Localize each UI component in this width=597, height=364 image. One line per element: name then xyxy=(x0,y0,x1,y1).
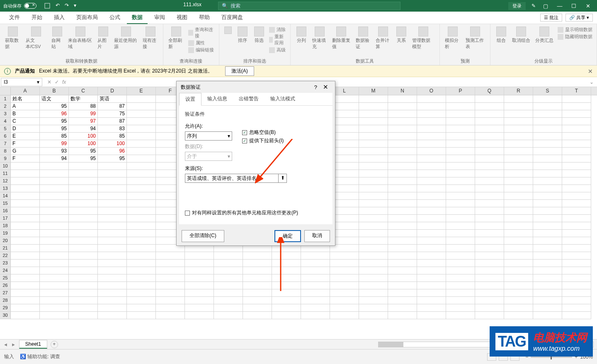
cell[interactable] xyxy=(40,237,69,245)
share-button[interactable]: 🔗 共享 ▾ xyxy=(565,14,593,22)
cell[interactable] xyxy=(475,274,504,282)
cell[interactable] xyxy=(388,207,417,215)
ribbon-item[interactable]: 查询和连接 xyxy=(188,27,214,39)
undo-icon[interactable]: ↶ xyxy=(56,2,60,9)
cell[interactable] xyxy=(475,260,504,267)
cell[interactable] xyxy=(359,312,388,319)
cell[interactable] xyxy=(475,170,504,177)
ribbon-button[interactable]: 删除重复值 xyxy=(330,26,352,51)
cell[interactable] xyxy=(359,252,388,260)
cell[interactable] xyxy=(417,95,446,103)
cell[interactable] xyxy=(11,207,40,215)
cell[interactable] xyxy=(504,192,533,200)
cell[interactable] xyxy=(156,260,185,267)
cell[interactable] xyxy=(388,163,417,170)
row-header[interactable]: 7 xyxy=(0,140,11,148)
cell[interactable] xyxy=(446,297,475,304)
cell[interactable] xyxy=(359,110,388,118)
comments-button[interactable]: ☰ 批注 xyxy=(540,14,562,22)
cell[interactable] xyxy=(185,252,214,260)
cell[interactable] xyxy=(272,312,301,319)
cell[interactable] xyxy=(417,252,446,260)
cell[interactable] xyxy=(504,133,533,140)
sheet-nav-prev-icon[interactable]: ◄ xyxy=(3,342,8,347)
cell[interactable] xyxy=(214,252,243,260)
cell[interactable] xyxy=(156,274,185,282)
cell[interactable] xyxy=(475,304,504,312)
cell[interactable] xyxy=(330,289,359,297)
cell[interactable]: 85 xyxy=(98,133,127,140)
cell[interactable] xyxy=(562,163,591,170)
cell[interactable] xyxy=(475,163,504,170)
minimize-icon[interactable]: — xyxy=(556,3,564,9)
cell[interactable] xyxy=(40,170,69,177)
cell[interactable] xyxy=(40,177,69,185)
ribbon-button[interactable]: 组合 xyxy=(494,26,509,44)
ribbon-button[interactable]: 现有连接 xyxy=(141,26,160,51)
close-icon[interactable]: ✕ xyxy=(584,3,592,9)
cell[interactable] xyxy=(127,200,156,207)
source-input[interactable] xyxy=(185,175,278,181)
row-header[interactable]: 30 xyxy=(0,312,11,319)
row-header[interactable]: 20 xyxy=(0,237,11,245)
cell[interactable] xyxy=(359,140,388,148)
cell[interactable] xyxy=(475,245,504,252)
cell[interactable] xyxy=(562,260,591,267)
cell[interactable] xyxy=(388,177,417,185)
cell[interactable] xyxy=(446,282,475,289)
in-cell-dropdown-checkbox[interactable]: ✓提供下拉箭头(I) xyxy=(242,137,284,144)
cell[interactable] xyxy=(243,267,272,274)
ribbon-button[interactable]: 管理数据模型 xyxy=(410,26,436,51)
cell[interactable] xyxy=(11,230,40,237)
cell[interactable] xyxy=(330,304,359,312)
accessibility-status[interactable]: ♿ 辅助功能: 调查 xyxy=(20,353,60,360)
cell[interactable] xyxy=(388,274,417,282)
cell[interactable] xyxy=(504,140,533,148)
cell[interactable] xyxy=(69,297,98,304)
cell[interactable] xyxy=(11,170,40,177)
column-header[interactable]: O xyxy=(417,87,446,95)
cell[interactable] xyxy=(417,140,446,148)
search-box[interactable]: 🔍 搜索 xyxy=(218,2,400,10)
cell[interactable]: C xyxy=(11,118,40,125)
mode-icon[interactable]: ✎ xyxy=(531,3,536,9)
cell[interactable] xyxy=(562,207,591,215)
fx-icon[interactable]: fx xyxy=(62,79,66,85)
row-header[interactable]: 18 xyxy=(0,222,11,230)
notice-close-icon[interactable]: ✕ xyxy=(588,68,593,75)
cell[interactable] xyxy=(417,237,446,245)
row-header[interactable]: 5 xyxy=(0,125,11,133)
cell[interactable] xyxy=(156,267,185,274)
cell[interactable] xyxy=(446,207,475,215)
cell[interactable] xyxy=(127,222,156,230)
cell[interactable]: 95 xyxy=(98,155,127,163)
cell[interactable] xyxy=(127,170,156,177)
cell[interactable]: 95 xyxy=(69,148,98,155)
cell[interactable] xyxy=(272,304,301,312)
cell[interactable] xyxy=(562,177,591,185)
cell[interactable] xyxy=(359,245,388,252)
cell[interactable] xyxy=(475,312,504,319)
cell[interactable] xyxy=(359,125,388,133)
ribbon-tab-8[interactable]: 帮助 xyxy=(194,12,215,24)
cell[interactable] xyxy=(388,252,417,260)
column-header[interactable]: P xyxy=(446,87,475,95)
column-header[interactable]: N xyxy=(388,87,417,95)
cell[interactable] xyxy=(185,289,214,297)
cell[interactable] xyxy=(40,312,69,319)
cell[interactable] xyxy=(69,170,98,177)
cell[interactable] xyxy=(562,267,591,274)
cell[interactable] xyxy=(301,289,330,297)
row-header[interactable]: 6 xyxy=(0,133,11,140)
cell[interactable] xyxy=(562,192,591,200)
ribbon-button[interactable]: 关系 xyxy=(394,26,409,44)
ribbon-button[interactable]: 分列 xyxy=(294,26,309,44)
cell[interactable] xyxy=(562,289,591,297)
cell[interactable] xyxy=(417,103,446,110)
cell[interactable] xyxy=(127,125,156,133)
ribbon-tab-5[interactable]: 数据 xyxy=(127,12,148,24)
row-header[interactable]: 12 xyxy=(0,177,11,185)
cell[interactable] xyxy=(533,200,562,207)
dialog-tab[interactable]: 出错警告 xyxy=(233,93,265,105)
cell[interactable] xyxy=(446,155,475,163)
